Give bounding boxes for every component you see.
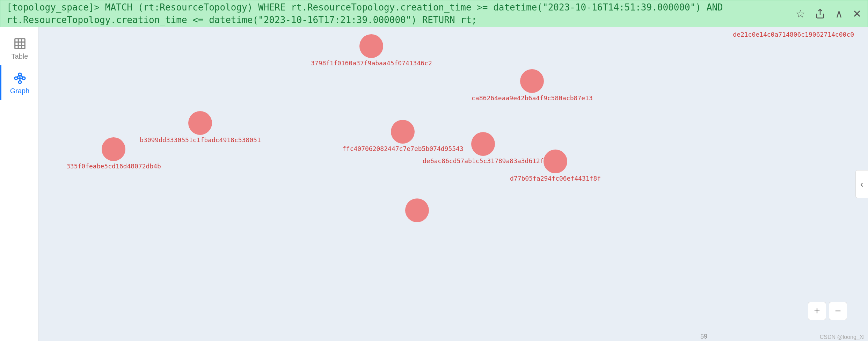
node-circle-8 bbox=[405, 198, 429, 222]
node-label-2: ca86264eaa9e42b6a4f9c580acb87e13 bbox=[472, 94, 593, 102]
share-button[interactable] bbox=[815, 8, 825, 19]
top-truncated-label: de21c0e14c0a714806c19062714c00c0 bbox=[38, 31, 868, 38]
node-circle-5 bbox=[471, 132, 495, 156]
zoom-in-button[interactable]: + bbox=[808, 302, 826, 320]
query-actions: ☆ ∧ ✕ bbox=[796, 8, 861, 20]
sidebar-item-table[interactable]: Table bbox=[0, 31, 38, 65]
node-label-6: 335f0feabe5cd16d48072db4b bbox=[66, 162, 161, 170]
zoom-controls: + − bbox=[808, 302, 847, 320]
node-7[interactable]: d77b05fa294fc06ef4431f8f bbox=[510, 150, 601, 182]
svg-point-6 bbox=[19, 73, 21, 76]
table-label: Table bbox=[12, 52, 28, 60]
query-text: [topology_space]> MATCH (rt:ResourceTopo… bbox=[7, 1, 789, 27]
graph-icon bbox=[13, 72, 27, 85]
star-button[interactable]: ☆ bbox=[796, 8, 805, 20]
close-button[interactable]: ✕ bbox=[853, 8, 861, 20]
svg-point-5 bbox=[14, 77, 17, 80]
node-circle-2 bbox=[520, 69, 544, 93]
svg-line-12 bbox=[21, 75, 22, 77]
page-number: 59 bbox=[700, 333, 707, 340]
node-6[interactable]: 335f0feabe5cd16d48072db4b bbox=[66, 137, 161, 170]
graph-label: Graph bbox=[10, 87, 30, 95]
table-icon bbox=[13, 37, 27, 50]
graph-area: de21c0e14c0a714806c19062714c00c0 3798f1f… bbox=[38, 27, 868, 341]
svg-rect-0 bbox=[15, 39, 25, 49]
svg-point-8 bbox=[19, 81, 21, 84]
csdn-watermark: CSDN @loong_Xl bbox=[820, 334, 865, 340]
svg-point-7 bbox=[22, 77, 25, 80]
node-label-1: 3798f1f0160a37f9abaa45f0741346c2 bbox=[311, 59, 432, 67]
node-circle-1 bbox=[359, 34, 383, 58]
svg-line-11 bbox=[17, 75, 19, 77]
query-bar: [topology_space]> MATCH (rt:ResourceTopo… bbox=[0, 0, 868, 27]
node-circle-4 bbox=[391, 120, 415, 144]
collapse-panel-button[interactable]: ‹ bbox=[855, 170, 868, 198]
sidebar-item-graph[interactable]: Graph bbox=[0, 65, 38, 100]
node-8[interactable] bbox=[405, 198, 429, 222]
node-1[interactable]: 3798f1f0160a37f9abaa45f0741346c2 bbox=[311, 34, 432, 67]
node-2[interactable]: ca86264eaa9e42b6a4f9c580acb87e13 bbox=[472, 69, 593, 102]
sidebar: Table Graph bbox=[0, 27, 38, 341]
chevron-up-button[interactable]: ∧ bbox=[835, 8, 843, 20]
node-label-7: d77b05fa294fc06ef4431f8f bbox=[510, 175, 601, 182]
node-circle-7 bbox=[544, 150, 567, 173]
zoom-out-button[interactable]: − bbox=[829, 302, 847, 320]
node-circle-6 bbox=[102, 137, 125, 161]
node-circle-3 bbox=[188, 111, 212, 135]
